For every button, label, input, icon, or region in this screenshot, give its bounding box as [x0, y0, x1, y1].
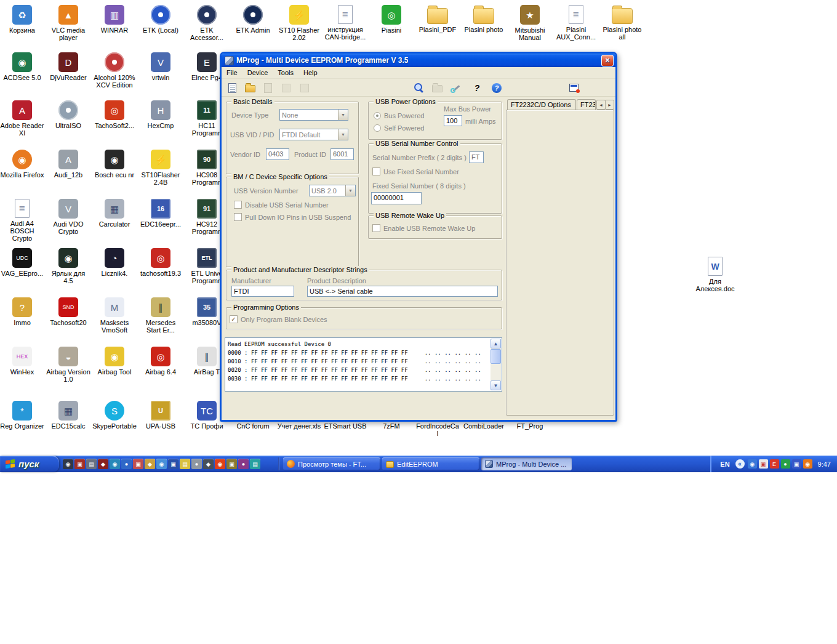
desktop-icon-carculator[interactable]: ▦Carculator: [92, 199, 137, 228]
tray-icon-3[interactable]: E: [770, 459, 779, 469]
desktop-icon-etk-accessor[interactable]: ETK Accessor...: [185, 5, 229, 41]
desktop-icon-vag-eepro[interactable]: UDCVAG_EEpro...: [0, 248, 44, 277]
quicklaunch-icon-11[interactable]: ▤: [180, 459, 190, 469]
quicklaunch-icon-9[interactable]: ◉: [156, 459, 167, 469]
desktop-icon-reg-organizer[interactable]: *Reg Organizer: [0, 401, 44, 430]
desktop-icon-winhex[interactable]: HEXWinHex: [0, 347, 44, 376]
quicklaunch-icon-2[interactable]: ▣: [74, 459, 85, 469]
device-info-button[interactable]: [566, 81, 581, 95]
close-button[interactable]: ×: [601, 55, 614, 66]
quicklaunch-icon-16[interactable]: ●: [238, 459, 249, 469]
desktop-icon-edc15calc[interactable]: ▦EDC15calc: [46, 401, 90, 430]
desktop-icon-hexcmp[interactable]: HHexCmp: [138, 100, 183, 129]
desktop-icon-vlc-media-player[interactable]: ▲VLC media player: [46, 5, 90, 41]
desktop-icon-piasini-photo[interactable]: Piasini photo: [462, 5, 506, 33]
quicklaunch-icon-15[interactable]: ▣: [226, 459, 237, 469]
desktop-icon-upa-usb[interactable]: UUPA-USB: [138, 401, 183, 430]
desktop-icon-st10flasher-2-4b[interactable]: ⚡ST10Flasher 2.4B: [138, 150, 183, 186]
desktop-icon-mozilla-firefox[interactable]: ◉Mozilla Firefox: [0, 150, 44, 179]
desktop-icon-tachosoft19-3[interactable]: ◎tachosoft19.3: [138, 248, 183, 277]
quicklaunch-icon-13[interactable]: ◆: [203, 459, 214, 469]
quicklaunch-icon-5[interactable]: ◉: [110, 459, 120, 469]
desktop-icon-bosch-ecu-nr[interactable]: ◉Bosch ecu nr: [92, 150, 137, 179]
scroll-down-button[interactable]: ▼: [491, 380, 501, 390]
tab-scroll-left-button[interactable]: ◄: [596, 100, 606, 110]
desktop-icon-ultraiso[interactable]: UltraISO: [46, 100, 90, 129]
desktop-icon-airbag-version-1-0[interactable]: ◒Airbag Version 1.0: [46, 347, 90, 383]
desktop-icon-immo[interactable]: ?Immo: [0, 297, 44, 326]
start-button[interactable]: пуск: [0, 456, 59, 472]
serial-prefix-field[interactable]: FT: [469, 151, 484, 163]
scroll-up-button[interactable]: ▲: [491, 339, 501, 348]
desktop-icon-piasini[interactable]: ◎Piasini: [369, 5, 414, 34]
pulldown-io-checkbox[interactable]: Pull Down IO Pins in USB Suspend: [234, 213, 351, 221]
title-bar[interactable]: MProg - Multi Device EEPROM Programmer V…: [222, 54, 615, 67]
quicklaunch-icon-6[interactable]: ●: [121, 459, 132, 469]
device-type-select[interactable]: None ▼: [279, 109, 348, 121]
menu-help[interactable]: Help: [298, 68, 322, 78]
vendor-id-field[interactable]: 0403: [266, 148, 289, 160]
taskbar-button-editeeprom[interactable]: EditEEPROM: [382, 457, 479, 470]
hidden-icons-button[interactable]: «: [735, 459, 745, 469]
usb-version-select[interactable]: USB 2.0 ▼: [309, 185, 356, 196]
desktop-icon-piasini-photo-all[interactable]: Piasini photo all: [600, 5, 644, 41]
use-fixed-serial-checkbox[interactable]: Use Fixed Serial Number: [372, 167, 459, 175]
usb-vidpid-select[interactable]: FTDI Default ▼: [279, 129, 348, 140]
desktop-icon-tachosoft2[interactable]: ◎TachoSoft2...: [92, 100, 137, 129]
disable-usb-serial-checkbox[interactable]: Disable USB Serial Number: [234, 201, 329, 209]
max-bus-power-field[interactable]: 100: [444, 115, 462, 126]
menu-tools[interactable]: Tools: [273, 68, 298, 78]
quicklaunch-icon-8[interactable]: ◆: [145, 459, 155, 469]
manufacturer-field[interactable]: FTDI: [231, 286, 294, 297]
desktop-icon-adobe-reader-xi[interactable]: AAdobe Reader XI: [0, 100, 44, 137]
quicklaunch-icon-12[interactable]: ●: [191, 459, 202, 469]
desktop-icon-инструкция-can-bridge[interactable]: ≣инструкция CAN-bridge...: [323, 5, 367, 41]
chevron-down-icon[interactable]: ▼: [338, 129, 348, 140]
tab-scroll-right-button[interactable]: ►: [605, 100, 614, 110]
desktop-icon-licznik4[interactable]: ◔Licznik4.: [92, 248, 137, 277]
menu-file[interactable]: File: [222, 68, 242, 78]
program-button[interactable]: [448, 81, 463, 95]
desktop-icon-audi-vdo-crypto[interactable]: VAudi VDO Crypto: [46, 199, 90, 235]
desktop-icon-masksets-vmosoft[interactable]: MMasksets VmoSoft: [92, 297, 137, 334]
fixed-serial-field[interactable]: 00000001: [371, 192, 422, 204]
chevron-down-icon[interactable]: ▼: [345, 185, 355, 196]
desktop-icon-audi-a4-bosch-crypto[interactable]: ≣Audi A4 BOSCH Crypto: [0, 199, 44, 242]
taskbar-button-mprog-multi-device[interactable]: MProg - Multi Device ...: [481, 457, 572, 470]
quicklaunch-icon-14[interactable]: ◉: [215, 459, 225, 469]
scan-devices-button[interactable]: [411, 81, 426, 95]
menu-device[interactable]: Device: [242, 68, 273, 78]
chevron-down-icon[interactable]: ▼: [338, 110, 348, 120]
desktop-icon-audi-12b[interactable]: AAudi_12b: [46, 150, 90, 179]
desktop-icon-ярлык-для-4-5[interactable]: ◉Ярлык для 4.5: [46, 248, 90, 284]
desktop-icon-корзина[interactable]: ♻Корзина: [0, 5, 44, 34]
desktop-icon-piasini-pdf[interactable]: Piasini_PDF: [415, 5, 460, 33]
bus-powered-radio[interactable]: Bus Powered: [374, 112, 424, 119]
desktop-icon-winrar[interactable]: ▥WINRAR: [92, 5, 137, 34]
tray-icon-4[interactable]: ●: [781, 459, 790, 469]
quicklaunch-icon-4[interactable]: ◆: [98, 459, 108, 469]
log-scrollbar[interactable]: ▲ ▼: [491, 339, 501, 390]
language-indicator[interactable]: EN: [718, 460, 732, 469]
scrollbar-thumb[interactable]: [491, 349, 501, 364]
desktop-icon-etk-admin[interactable]: ETK Admin: [231, 5, 275, 34]
desktop-icon-airbag-tool[interactable]: ◉Airbag Tool: [92, 347, 137, 376]
desktop-icon-st10-flasher-2-02[interactable]: ⚡ST10 Flasher 2.02: [277, 5, 321, 41]
only-blank-devices-checkbox[interactable]: ✓ Only Program Blank Devices: [230, 315, 327, 323]
help-button[interactable]: ?: [489, 81, 504, 95]
whats-this-button[interactable]: ?: [470, 81, 484, 95]
tab-ft2232-options[interactable]: FT2232C/D Options: [507, 99, 576, 110]
desktop-icon-edc16eepr[interactable]: 16EDC16eepr...: [138, 199, 183, 228]
taskbar-button-просмотр-темы-ft[interactable]: Просмотр темы - FT...: [283, 457, 380, 470]
desktop-icon-для-алексея-doc[interactable]: WДля Алексея.doc: [693, 257, 737, 292]
tray-icon-6[interactable]: ◉: [803, 459, 812, 469]
desktop-icon-etk-local[interactable]: ETK (Local): [138, 5, 183, 34]
self-powered-radio[interactable]: Self Powered: [374, 124, 424, 132]
desktop-icon-djvureader[interactable]: DDjVuReader: [46, 52, 90, 81]
desktop-icon-skypeportable[interactable]: SSkypePortable: [92, 401, 137, 430]
product-id-field[interactable]: 6001: [330, 148, 354, 160]
log-panel[interactable]: Read EEPROM successful Device 00000 : FF…: [225, 337, 502, 392]
desktop-icon-acdsee-5-0[interactable]: ◉ACDSee 5.0: [0, 52, 44, 81]
quicklaunch-icon-17[interactable]: ▤: [250, 459, 260, 469]
desktop-icon-vrtwin[interactable]: Vvrtwin: [138, 52, 183, 81]
